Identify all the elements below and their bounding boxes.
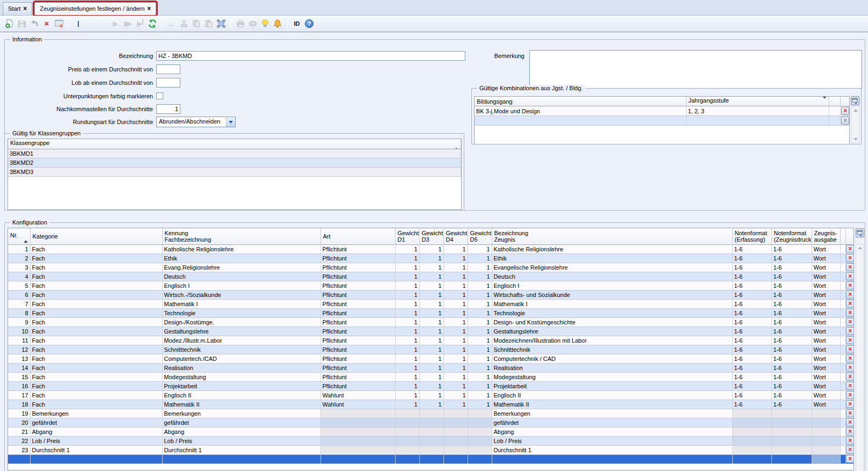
cell-ausgabe[interactable]: Wort	[812, 299, 840, 308]
cell-art[interactable]: Pflichtunt	[320, 363, 395, 372]
konfiguration-col-2[interactable]: Kennung Fachbezeichnung	[162, 228, 320, 244]
cell-blank[interactable]	[840, 363, 845, 372]
cell-d1[interactable]: 1	[395, 336, 419, 345]
cell-erfassung[interactable]	[732, 454, 771, 463]
cell-d5[interactable]: 1	[468, 354, 492, 363]
cell-d3[interactable]	[419, 409, 443, 418]
cell-d4[interactable]: 1	[443, 372, 468, 381]
cell-bezeichnung[interactable]: Englisch II	[492, 390, 732, 400]
cell-d5[interactable]: 1	[468, 327, 492, 336]
cell-d3[interactable]: 1	[419, 381, 443, 390]
cell-d3[interactable]: 1	[419, 345, 443, 354]
delete-row-icon[interactable]: ×	[846, 300, 854, 308]
cell-art[interactable]: Pflichtunt	[320, 308, 395, 317]
cell-kennung[interactable]: Englisch II	[162, 390, 320, 400]
cell-blank[interactable]	[829, 116, 840, 126]
cell-d5[interactable]: 1	[468, 308, 492, 317]
cell-kennung[interactable]: Bemerkungen	[162, 409, 320, 418]
konfiguration-row[interactable]: 12FachSchnitttechnikPflichtunt1111Schnit…	[8, 345, 854, 354]
cell-kategorie[interactable]: Fach	[30, 354, 162, 363]
cell-d3[interactable]	[419, 427, 443, 436]
cell-erfassung[interactable]: 1-6	[732, 372, 771, 381]
cell-d5[interactable]	[468, 418, 492, 427]
cell-bildungsgang[interactable]	[475, 116, 686, 126]
cell-kategorie[interactable]: Fach	[30, 308, 162, 317]
cell-kategorie[interactable]: Bemerkungen	[30, 409, 162, 418]
cell-d5[interactable]: 1	[468, 363, 492, 372]
cell-kennung[interactable]: Realisation	[162, 363, 320, 372]
cell-nr[interactable]: 4	[8, 272, 30, 281]
cell-d4[interactable]: 1	[443, 253, 468, 263]
cell-erfassung[interactable]: 1-6	[732, 354, 771, 363]
konfiguration-row[interactable]: 19BemerkungenBemerkungenBemerkungen×	[8, 409, 854, 418]
konfiguration-row[interactable]: 10FachGestaltungslehrePflichtunt1111Gest…	[8, 327, 854, 336]
konfiguration-row[interactable]: 3FachEvang.ReligionslehrePflichtunt1111E…	[8, 263, 854, 272]
cell-bezeichnung[interactable]: Katholische Religionslehre	[492, 244, 732, 253]
cell-d4[interactable]	[443, 445, 468, 454]
cell-ausgabe[interactable]: Wort	[812, 372, 840, 381]
cell-kategorie[interactable]	[30, 454, 162, 463]
save-button[interactable]	[16, 18, 28, 30]
konfiguration-row[interactable]: 1FachKatholische ReligionslehrePflichtun…	[8, 244, 854, 253]
dropdown-arrow-icon[interactable]	[226, 117, 235, 127]
cell-kennung[interactable]: Computertech./CAD	[162, 354, 320, 363]
konfiguration-row[interactable]: 17FachEnglisch IIWahlunt1111Englisch II1…	[8, 390, 854, 400]
konfiguration-row[interactable]: 22Lob / PreisLob / PreisLob / Preis×	[8, 436, 854, 445]
cell-d1[interactable]	[395, 427, 419, 436]
cell-d3[interactable]	[419, 454, 443, 463]
cell-art[interactable]: Pflichtunt	[320, 381, 395, 390]
cell-d3[interactable]: 1	[419, 308, 443, 317]
cell-d3[interactable]: 1	[419, 336, 443, 345]
cell-ausgabe[interactable]	[812, 409, 840, 418]
cell-druck[interactable]: 1-6	[771, 363, 812, 372]
cell-nr[interactable]: 1	[8, 244, 30, 253]
cell-kategorie[interactable]: Fach	[30, 244, 162, 253]
cell-bezeichnung[interactable]: Deutsch	[492, 272, 732, 281]
cell-erfassung[interactable]: 1-6	[732, 290, 771, 299]
nachkommastellen-input[interactable]	[156, 104, 180, 114]
cell-nr[interactable]: 2	[8, 253, 30, 263]
cell-nr[interactable]: 9	[8, 317, 30, 327]
cell-art[interactable]	[320, 445, 395, 454]
cell-d1[interactable]: 1	[395, 244, 419, 253]
cell-druck[interactable]: 1-6	[771, 336, 812, 345]
konfiguration-col-1[interactable]: Kategorie	[30, 228, 162, 244]
cell-bezeichnung[interactable]: Computertechnik / CAD	[492, 354, 732, 363]
cell-kennung[interactable]: Englisch I	[162, 281, 320, 290]
cell-kategorie[interactable]: Fach	[30, 253, 162, 263]
cell-kennung[interactable]: Katholische Religionslehre	[162, 244, 320, 253]
nav-fast-next-button[interactable]: ▶▶	[122, 18, 134, 30]
cell-d5[interactable]: 1	[468, 290, 492, 299]
cell-nr[interactable]: 6	[8, 290, 30, 299]
cell-blank[interactable]	[840, 372, 845, 381]
delete-row-icon[interactable]: ×	[846, 427, 854, 436]
nav-first-button[interactable]	[72, 18, 84, 30]
cell-erfassung[interactable]: 1-6	[732, 327, 771, 336]
cell-druck[interactable]	[771, 409, 812, 418]
konfiguration-col-11[interactable]: Zeugnis- ausgabe	[812, 228, 840, 244]
cell-d1[interactable]: 1	[395, 263, 419, 272]
cell-bezeichnung[interactable]: Mathematik I	[492, 299, 732, 308]
cell-ausgabe[interactable]: Wort	[812, 263, 840, 272]
delete-row-icon[interactable]: ×	[846, 382, 854, 390]
konfiguration-row[interactable]: 14FachRealisationPflichtunt1111Realisati…	[8, 363, 854, 372]
cell-d5[interactable]: 1	[468, 390, 492, 400]
id-badge-button[interactable]: ID	[291, 18, 303, 30]
cell-art[interactable]: Wahlunt	[320, 390, 395, 400]
cell-nr[interactable]: 18	[8, 400, 30, 409]
cell-art[interactable]: Pflichtunt	[320, 281, 395, 290]
cell-kategorie[interactable]: gefährdet	[30, 418, 162, 427]
konfiguration-col-7[interactable]: Gewicht D5	[468, 228, 492, 244]
cell-d5[interactable]: 1	[468, 263, 492, 272]
cell-kategorie[interactable]: Fach	[30, 372, 162, 381]
cell-d1[interactable]: 1	[395, 299, 419, 308]
cell-nr[interactable]: 16	[8, 381, 30, 390]
tab-close-icon[interactable]: ×	[147, 5, 151, 12]
cell-druck[interactable]: 1-6	[771, 372, 812, 381]
delete-row-icon[interactable]: ×	[846, 272, 854, 280]
cell-d1[interactable]: 1	[395, 372, 419, 381]
cell-blank[interactable]	[840, 418, 845, 427]
konfiguration-col-10[interactable]: Notenformat (Zeugnisdruck)	[771, 228, 812, 244]
cell-d3[interactable]: 1	[419, 272, 443, 281]
select-region-button[interactable]	[215, 18, 227, 30]
